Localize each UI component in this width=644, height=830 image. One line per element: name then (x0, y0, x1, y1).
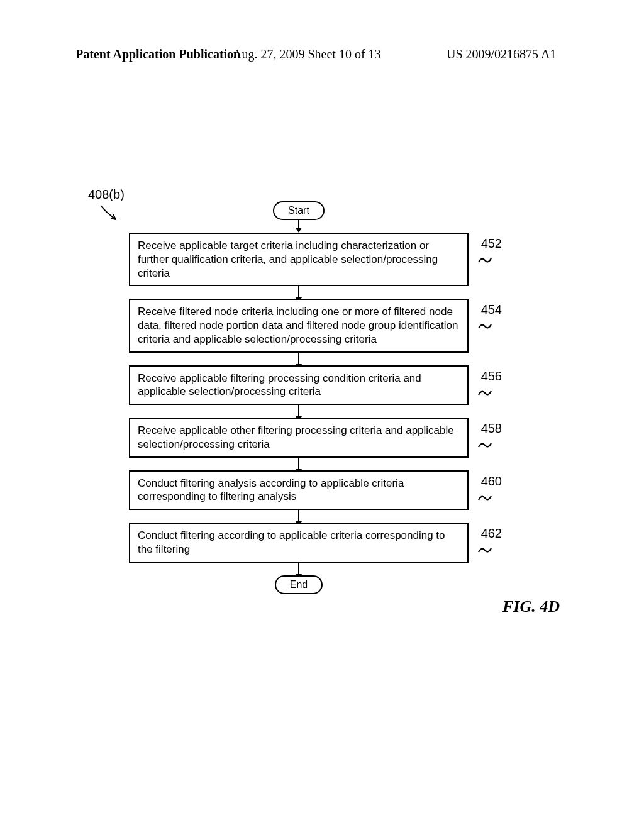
reference-arrow-icon (98, 204, 123, 226)
step-text: Receive applicable target criteria inclu… (138, 240, 438, 279)
step-number: 456 (481, 368, 502, 385)
arrow-down-icon (129, 353, 469, 365)
flowchart-reference: 408(b) (88, 187, 125, 202)
step-connector-icon (477, 436, 492, 454)
step-box-456: Receive applicable filtering processing … (129, 365, 469, 406)
step-number: 458 (481, 421, 502, 437)
step-number: 452 (481, 236, 502, 252)
flowchart: 408(b) Start Receive applicable target c… (88, 201, 528, 594)
step-box-460: Conduct filtering analysis according to … (129, 470, 469, 511)
header-date-sheet: Aug. 27, 2009 Sheet 10 of 13 (233, 47, 381, 62)
start-terminal-row: Start (129, 201, 469, 220)
step-connector-icon (477, 541, 492, 559)
step-text: Receive applicable filtering processing … (138, 372, 421, 398)
step-box-462: Conduct filtering according to applicabl… (129, 523, 469, 563)
header-patent-number: US 2009/0216875 A1 (447, 47, 556, 62)
step-connector-icon (477, 252, 492, 269)
step-box-452: Receive applicable target criteria inclu… (129, 233, 469, 286)
end-terminal-row: End FIG. 4D (129, 575, 469, 594)
step-number: 460 (481, 473, 502, 490)
arrow-down-icon (129, 405, 469, 418)
arrow-down-icon (129, 220, 469, 233)
step-text: Conduct filtering according to applicabl… (138, 529, 445, 555)
step-number: 462 (481, 526, 502, 542)
arrow-down-icon (129, 563, 469, 575)
step-connector-icon (477, 384, 492, 402)
step-number: 454 (481, 302, 502, 318)
step-connector-icon (477, 318, 492, 335)
step-text: Conduct filtering analysis according to … (138, 477, 404, 503)
arrow-down-icon (129, 286, 469, 299)
step-box-458: Receive applicable other filtering proce… (129, 418, 469, 458)
step-text: Receive filtered node criteria including… (138, 306, 458, 345)
svg-marker-1 (296, 228, 302, 233)
start-terminal: Start (273, 201, 325, 220)
step-text: Receive applicable other filtering proce… (138, 424, 454, 450)
header-publication: Patent Application Publication (75, 47, 240, 62)
figure-label: FIG. 4D (502, 597, 560, 616)
step-box-454: Receive filtered node criteria including… (129, 299, 469, 352)
end-terminal: End (275, 575, 323, 594)
arrow-down-icon (129, 458, 469, 470)
arrow-down-icon (129, 510, 469, 523)
step-connector-icon (477, 489, 492, 507)
